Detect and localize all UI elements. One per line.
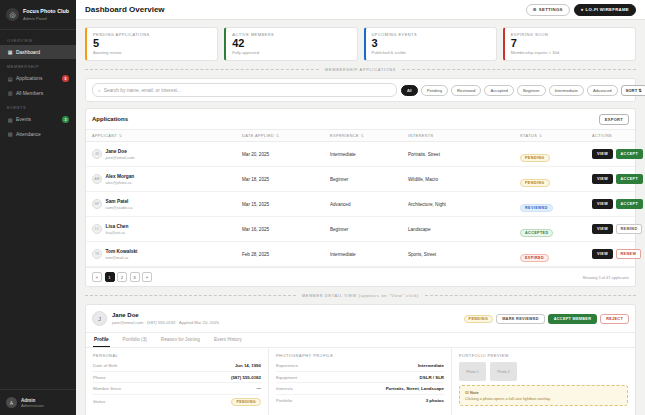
dashboard-icon: ▦ (7, 49, 13, 55)
kv-row: Date of Birth Jun 14, 1990 (93, 360, 261, 372)
column-applicant[interactable]: APPLICANT⇅ (92, 133, 242, 138)
avatar: JD (92, 149, 102, 159)
sidebar: ◎ Focus Photo Club Admin Panel OVERVIEW … (0, 0, 76, 415)
avatar: LC (92, 224, 102, 234)
applications-icon: ▤ (7, 76, 13, 82)
interests: Portraits, Street (408, 152, 520, 157)
view-button[interactable]: VIEW (592, 249, 613, 259)
column-experience[interactable]: EXPERIENCE⇅ (330, 133, 408, 138)
reject-button[interactable]: REJECT (600, 314, 629, 324)
events-icon: ▧ (7, 117, 13, 123)
member-tabs: Profile Portfolio (3) Reason for Joining… (86, 333, 635, 348)
sidebar-item-all-members[interactable]: ▥ All Members (0, 86, 76, 100)
stat-value: 5 (93, 37, 211, 50)
note-icon: ⓘ (465, 390, 469, 395)
page-1-button[interactable]: 1 (105, 272, 115, 282)
tab-reason-for-joining[interactable]: Reason for Joining (160, 333, 201, 347)
settings-button[interactable]: ⚙ SETTINGS (526, 4, 570, 16)
tab-event-history[interactable]: Event History (213, 333, 243, 347)
accept-button[interactable]: ACCEPT (616, 149, 644, 159)
chip-pending[interactable]: Pending (421, 85, 448, 96)
member-meta: jane@email.com · (587) 555-0182 · Applie… (112, 320, 219, 325)
stat-sub: Published & visible (372, 50, 490, 55)
status-badge: PENDING (520, 154, 550, 162)
sort-button[interactable]: SORT ⇅ (621, 85, 645, 96)
applications-count-badge: 5 (62, 75, 69, 82)
main-area: Dashboard Overview ⚙ SETTINGS ● LO-FI WI… (76, 0, 645, 415)
chip-advanced[interactable]: Advanced (587, 85, 618, 96)
sidebar-item-applications[interactable]: ▤ Applications 5 (0, 71, 76, 86)
attendance-icon: ▨ (7, 131, 13, 137)
member-name: Jane Doe (112, 312, 219, 320)
sidebar-item-label: Events (16, 117, 31, 122)
interests: Architecture, Night (408, 202, 520, 207)
member-actions: PENDING MARK REVIEWED ACCEPT MEMBER REJE… (464, 314, 629, 324)
interests: Sports, Street (408, 252, 520, 257)
sidebar-item-dashboard[interactable]: ▦ Dashboard (0, 45, 76, 59)
page-prev-button[interactable]: « (92, 272, 102, 282)
kv-row: Status PENDING (93, 395, 261, 409)
kv-row: Portfolio 3 photos (276, 395, 444, 406)
experience: Intermediate (330, 152, 408, 157)
accept-member-button[interactable]: ACCEPT MEMBER (548, 314, 597, 324)
column-interests: INTERESTS (408, 133, 520, 138)
page-next-button[interactable]: » (142, 272, 152, 282)
view-button[interactable]: VIEW (592, 149, 613, 159)
remind-button[interactable]: REMIND (616, 224, 643, 234)
pagination: « 1 2 3 » Showing 5 of 47 applicants (86, 267, 635, 286)
tab-profile[interactable]: Profile (93, 333, 110, 347)
search-input[interactable] (104, 88, 391, 93)
applicant-name: Alex Morgan (106, 174, 135, 180)
note-box: ⓘ Note Clicking a photo opens a full-siz… (459, 385, 628, 405)
status-badge: EXPIRED (520, 254, 549, 262)
member-detail-panel: J Jane Doe jane@email.com · (587) 555-01… (85, 304, 636, 415)
column-status[interactable]: STATUS⇅ (520, 133, 592, 138)
admin-avatar: A (6, 397, 17, 408)
page-3-button[interactable]: 3 (130, 272, 140, 282)
chip-accepted[interactable]: Accepted (484, 85, 513, 96)
chip-reviewed[interactable]: Reviewed (451, 85, 481, 96)
table-row: AM Alex Morgan alex@photo.ca Mar 18, 202… (86, 167, 635, 192)
mark-reviewed-button[interactable]: MARK REVIEWED (496, 314, 545, 324)
photo-thumbnails: Photo 1 Photo 2 (459, 362, 628, 381)
interests: Landscape (408, 227, 520, 232)
renew-button[interactable]: RENEW (616, 249, 642, 259)
applicant-email: jane@email.com (106, 155, 135, 160)
divider-membership-applications: MEMBERSHIP APPLICATIONS (85, 67, 636, 72)
accept-button[interactable]: ACCEPT (616, 199, 644, 209)
brand: ◎ Focus Photo Club Admin Panel (0, 0, 76, 30)
stat-card-upcoming-events: UPCOMING EVENTS 3 Published & visible (364, 27, 497, 61)
sidebar-item-attendance[interactable]: ▨ Attendance (0, 127, 76, 141)
kv-row: Experience Intermediate (276, 360, 444, 372)
experience: Beginner (330, 177, 408, 182)
avatar: SP (92, 199, 102, 209)
column-date-applied[interactable]: DATE APPLIED⇅ (242, 133, 330, 138)
stat-card-active-members: ACTIVE MEMBERS 42 Fully approved (224, 27, 357, 61)
export-button[interactable]: EXPORT (599, 114, 629, 125)
pagination-summary: Showing 5 of 47 applicants (582, 275, 629, 280)
chip-intermediate[interactable]: Intermediate (549, 85, 584, 96)
chip-beginner[interactable]: Beginner (517, 85, 546, 96)
nav-section-overview: OVERVIEW (0, 33, 76, 45)
view-button[interactable]: VIEW (592, 199, 613, 209)
mode-label: LO-FI WIREFRAME (586, 7, 629, 12)
search-icon: ⌕ (98, 87, 101, 94)
tab-portfolio[interactable]: Portfolio (3) (122, 333, 148, 347)
status-badge: REVIEWED (520, 204, 553, 212)
member-detail-header: J Jane Doe jane@email.com · (587) 555-01… (86, 305, 635, 333)
note-title: ⓘ Note (465, 390, 622, 395)
sidebar-item-events[interactable]: ▧ Events 3 (0, 112, 76, 127)
page-2-button[interactable]: 2 (117, 272, 127, 282)
filter-bar: ⌕ All Pending Reviewed Accepted Beginner… (85, 78, 636, 102)
stat-card-expiring-soon: EXPIRING SOON 7 Membership expires < 30d (503, 27, 636, 61)
sidebar-footer[interactable]: A Admin Administrator (0, 389, 76, 415)
chip-all[interactable]: All (401, 85, 418, 96)
accept-button[interactable]: ACCEPT (616, 174, 644, 184)
view-button[interactable]: VIEW (592, 174, 613, 184)
club-name: Focus Photo Club (23, 8, 69, 15)
photo-thumbnail[interactable]: Photo 2 (490, 362, 517, 381)
photo-thumbnail[interactable]: Photo 1 (459, 362, 486, 381)
view-button[interactable]: VIEW (592, 224, 613, 234)
club-subtitle: Admin Panel (23, 16, 69, 21)
kv-row: Interests Portraits, Street, Landscape (276, 383, 444, 395)
